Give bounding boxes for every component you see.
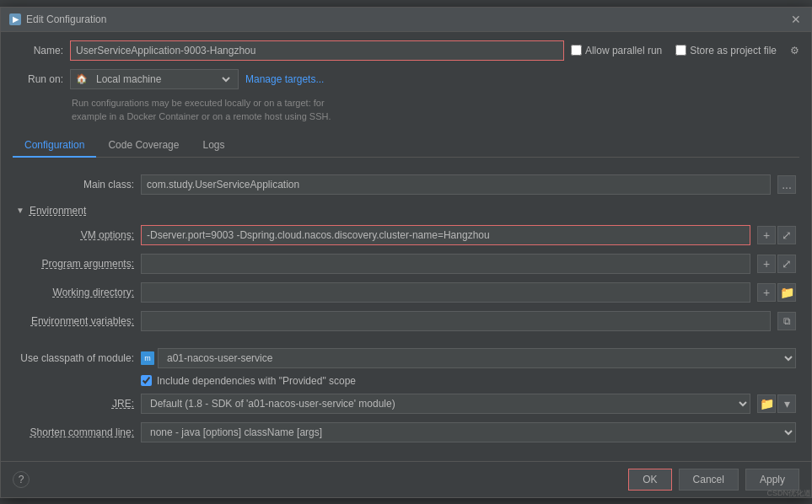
help-text-line1: Run configurations may be executed local… bbox=[72, 96, 799, 110]
name-input[interactable] bbox=[70, 40, 564, 61]
run-on-row: Run on: 🏠 Local machine Manage targets..… bbox=[13, 69, 799, 89]
title-bar: ▶ Edit Configuration ✕ bbox=[1, 8, 811, 32]
jre-dropdown-btn[interactable]: ▾ bbox=[777, 394, 796, 413]
program-args-label: Program arguments: bbox=[16, 258, 134, 270]
tabs: Configuration Code Coverage Logs bbox=[13, 134, 799, 158]
app-icon: ▶ bbox=[9, 13, 21, 25]
include-deps-checkbox[interactable] bbox=[141, 375, 152, 386]
jre-folder-btn[interactable]: 📁 bbox=[757, 394, 776, 413]
vm-options-label: VM options: bbox=[16, 229, 134, 241]
env-vars-row: Environment variables: ⧉ bbox=[16, 309, 796, 333]
vm-options-row: VM options: + ⤢ bbox=[16, 223, 796, 247]
run-on-label: Run on: bbox=[13, 73, 63, 85]
module-icon: m bbox=[141, 351, 154, 365]
classpath-select-wrapper: m a01-nacos-user-service bbox=[141, 348, 796, 368]
dialog-footer: ? OK Cancel Apply CSDN优化道 bbox=[1, 461, 811, 497]
program-args-row: Program arguments: + ⤢ bbox=[16, 252, 796, 276]
vm-options-add-btn[interactable]: + bbox=[757, 226, 776, 244]
tab-content-configuration: Main class: ... ▼ Environment VM options… bbox=[13, 164, 799, 453]
shorten-row: Shorten command line: none - java [optio… bbox=[16, 421, 796, 444]
env-vars-actions: ⧉ bbox=[777, 312, 796, 330]
tab-logs[interactable]: Logs bbox=[191, 134, 236, 158]
store-project-checkbox[interactable]: Store as project file bbox=[675, 45, 777, 56]
ok-button[interactable]: OK bbox=[628, 469, 671, 491]
env-vars-input[interactable] bbox=[141, 311, 771, 331]
working-dir-add-btn[interactable]: + bbox=[757, 283, 776, 302]
classpath-select[interactable]: a01-nacos-user-service bbox=[158, 348, 796, 368]
run-on-dropdown[interactable]: Local machine bbox=[93, 72, 233, 86]
tab-configuration[interactable]: Configuration bbox=[13, 134, 96, 158]
help-text: Run configurations may be executed local… bbox=[72, 96, 799, 124]
environment-section-header[interactable]: ▼ Environment bbox=[16, 205, 796, 217]
program-args-expand-btn[interactable]: ⤢ bbox=[777, 255, 796, 273]
working-dir-row: Working directory: + 📁 bbox=[16, 281, 796, 304]
dialog-title: Edit Configuration bbox=[26, 13, 106, 25]
main-class-input[interactable] bbox=[141, 174, 771, 195]
title-bar-left: ▶ Edit Configuration bbox=[9, 13, 106, 25]
dialog-body: Name: Allow parallel run Store as projec… bbox=[1, 32, 811, 461]
environment-triangle-icon: ▼ bbox=[16, 206, 24, 215]
main-class-actions: ... bbox=[777, 175, 796, 194]
main-class-label: Main class: bbox=[16, 179, 134, 190]
env-vars-edit-btn[interactable]: ⧉ bbox=[777, 312, 796, 330]
shorten-label: Shorten command line: bbox=[16, 426, 134, 438]
tab-code-coverage[interactable]: Code Coverage bbox=[96, 134, 191, 158]
program-args-input[interactable] bbox=[141, 254, 750, 274]
store-project-label: Store as project file bbox=[690, 45, 777, 56]
program-args-add-btn[interactable]: + bbox=[757, 255, 776, 273]
working-dir-input[interactable] bbox=[141, 282, 750, 303]
vm-options-expand-btn[interactable]: ⤢ bbox=[777, 226, 796, 244]
name-label: Name: bbox=[13, 45, 63, 56]
run-on-select[interactable]: 🏠 Local machine bbox=[70, 69, 239, 89]
edit-configuration-dialog: ▶ Edit Configuration ✕ Name: Allow paral… bbox=[0, 7, 812, 498]
jre-select[interactable]: Default (1.8 - SDK of 'a01-nacos-user-se… bbox=[141, 394, 750, 414]
home-icon: 🏠 bbox=[76, 73, 88, 84]
environment-label: Environment bbox=[30, 205, 86, 217]
help-icon[interactable]: ? bbox=[13, 471, 30, 488]
cancel-button[interactable]: Cancel bbox=[679, 469, 739, 491]
jre-label: JRE: bbox=[16, 398, 134, 410]
working-dir-folder-btn[interactable]: 📁 bbox=[777, 283, 796, 302]
main-class-browse-btn[interactable]: ... bbox=[777, 175, 796, 194]
classpath-label: Use classpath of module: bbox=[16, 352, 134, 364]
program-args-actions: + ⤢ bbox=[757, 255, 796, 273]
shorten-select[interactable]: none - java [options] className [args] bbox=[141, 422, 796, 442]
working-dir-label: Working directory: bbox=[16, 287, 134, 298]
manage-targets-link[interactable]: Manage targets... bbox=[245, 73, 324, 85]
watermark: CSDN优化道 bbox=[766, 488, 811, 499]
working-dir-actions: + 📁 bbox=[757, 283, 796, 302]
gear-icon[interactable]: ⚙ bbox=[790, 45, 799, 56]
help-text-line2: example in a Docker Container or on a re… bbox=[72, 110, 799, 124]
include-deps-row: Include dependencies with "Provided" sco… bbox=[141, 375, 796, 387]
vm-options-input[interactable] bbox=[141, 225, 750, 245]
include-deps-label: Include dependencies with "Provided" sco… bbox=[157, 375, 356, 387]
vm-options-actions: + ⤢ bbox=[757, 226, 796, 244]
main-class-row: Main class: ... bbox=[16, 173, 796, 196]
name-row: Name: Allow parallel run Store as projec… bbox=[13, 40, 799, 61]
spacer bbox=[16, 338, 796, 341]
allow-parallel-label: Allow parallel run bbox=[585, 45, 662, 56]
jre-actions: 📁 ▾ bbox=[757, 394, 796, 413]
jre-row: JRE: Default (1.8 - SDK of 'a01-nacos-us… bbox=[16, 392, 796, 416]
allow-parallel-checkbox[interactable]: Allow parallel run bbox=[571, 45, 662, 56]
checkbox-row: Allow parallel run Store as project file… bbox=[571, 45, 799, 56]
close-button[interactable]: ✕ bbox=[789, 13, 803, 26]
env-vars-label: Environment variables: bbox=[16, 315, 134, 327]
classpath-row: Use classpath of module: m a01-nacos-use… bbox=[16, 346, 796, 370]
